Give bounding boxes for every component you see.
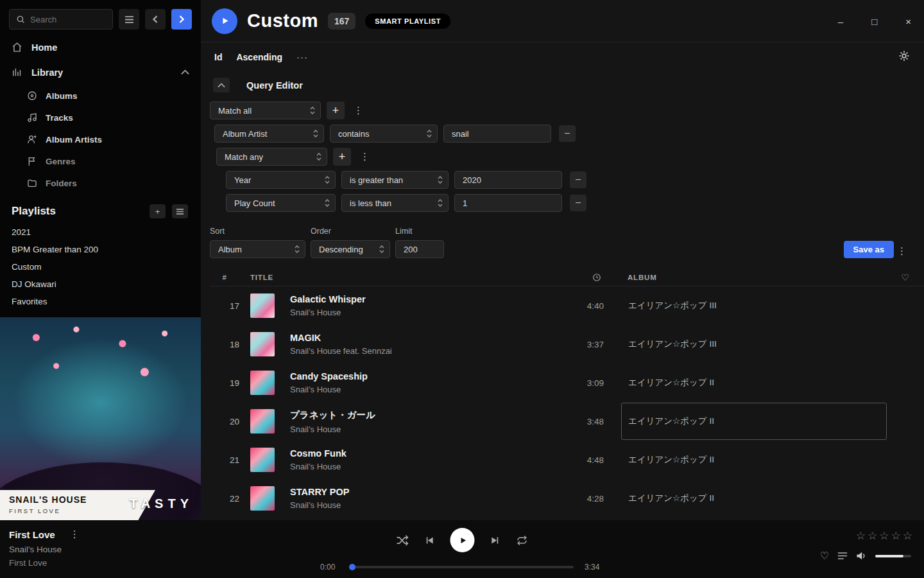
now-playing-menu-button[interactable]: ⋮: [67, 529, 83, 540]
playlist-item-dj-okawari[interactable]: DJ Okawari: [0, 276, 201, 293]
order-select[interactable]: Descending: [311, 240, 390, 258]
group-menu-button[interactable]: ⋮: [357, 151, 373, 162]
column-duration[interactable]: [549, 273, 606, 282]
track-artist: Snail’s House: [290, 385, 549, 394]
total-time: 3:34: [585, 563, 604, 572]
play-pause-button[interactable]: [450, 528, 475, 552]
settings-gear-icon[interactable]: [898, 50, 910, 62]
nav-forward-button[interactable]: [171, 9, 192, 30]
save-menu-button[interactable]: ⋮: [894, 245, 910, 257]
track-row[interactable]: 22 STARRY POP Snail’s House 4:28 エイリアン☆ポ…: [210, 479, 924, 518]
sidebar-item-library[interactable]: Library: [0, 60, 201, 85]
updown-icon: [437, 198, 443, 207]
search-box[interactable]: [9, 9, 113, 30]
now-playing-artwork[interactable]: SNAIL'S HOUSE FIRST LOVE TASTY: [0, 317, 201, 520]
updown-icon: [312, 129, 319, 138]
column-favorite[interactable]: ♡: [887, 272, 924, 283]
minimize-button[interactable]: –: [834, 13, 847, 30]
next-track-button[interactable]: [490, 535, 501, 546]
track-album[interactable]: エイリアン☆ポップ II: [621, 441, 887, 478]
elapsed-time: 0:00: [320, 563, 339, 572]
rule-value-input[interactable]: [443, 125, 551, 143]
track-count-badge: 167: [328, 13, 355, 30]
chevron-up-icon[interactable]: [181, 69, 189, 75]
remove-rule-button[interactable]: −: [570, 171, 586, 188]
rule-value-input[interactable]: [454, 194, 562, 212]
seek-bar[interactable]: [350, 566, 574, 568]
track-album[interactable]: エイリアン☆ポップ II: [621, 364, 887, 401]
shuffle-button[interactable]: [397, 535, 409, 546]
track-row[interactable]: 18 MAGIK Snail’s House feat. Sennzai 3:3…: [210, 325, 924, 363]
volume-slider[interactable]: [875, 555, 911, 557]
limit-input[interactable]: [395, 240, 444, 258]
rule-field-select[interactable]: Play Count: [226, 194, 336, 212]
collapse-query-editor-button[interactable]: [213, 78, 230, 92]
remove-rule-button[interactable]: −: [559, 125, 576, 142]
match-any-select[interactable]: Match any: [216, 148, 327, 166]
favorite-heart-icon[interactable]: ♡: [820, 550, 829, 562]
rule-field-select[interactable]: Year: [226, 171, 336, 189]
sidebar-item-album-artists[interactable]: Album Artists: [0, 128, 201, 150]
queue-icon[interactable]: [837, 552, 848, 560]
rating-stars[interactable]: ☆☆☆☆☆: [856, 529, 914, 543]
repeat-button[interactable]: [517, 535, 528, 546]
playlist-item-favorites[interactable]: Favorites: [0, 293, 201, 310]
track-duration: 4:40: [549, 301, 606, 311]
remove-rule-button[interactable]: −: [570, 195, 586, 211]
track-title: プラネット・ガール: [290, 409, 549, 421]
add-rule-button[interactable]: +: [333, 148, 351, 166]
query-root-group-row: Match all + ⋮: [210, 101, 924, 119]
rule-field-select[interactable]: Album Artist: [214, 125, 324, 143]
updown-icon: [294, 245, 300, 254]
track-album[interactable]: エイリアン☆ポップ III: [621, 326, 887, 363]
playlist-item-custom[interactable]: Custom: [0, 258, 201, 276]
updown-icon: [379, 245, 385, 254]
music-note-icon: [27, 112, 37, 123]
sort-select[interactable]: Album: [210, 240, 305, 258]
save-as-button[interactable]: Save as: [844, 241, 894, 258]
previous-track-button[interactable]: [424, 535, 435, 546]
play-playlist-button[interactable]: [212, 8, 237, 34]
group-menu-button[interactable]: ⋮: [350, 105, 366, 116]
close-button[interactable]: ×: [902, 13, 915, 30]
track-album-focused[interactable]: エイリアン☆ポップ II: [621, 403, 887, 440]
seek-handle[interactable]: [349, 564, 355, 570]
track-row[interactable]: 19 Candy Spaceship Snail’s House 3:09 エイ…: [210, 363, 924, 402]
volume-icon[interactable]: [856, 551, 867, 561]
playlist-list-button[interactable]: [172, 204, 188, 218]
rule-operator-select[interactable]: contains: [330, 125, 438, 143]
add-playlist-button[interactable]: +: [150, 204, 166, 218]
sort-field-button[interactable]: Id: [214, 52, 222, 62]
sidebar-item-folders[interactable]: Folders: [0, 172, 201, 194]
track-row[interactable]: 21 Cosmo Funk Snail’s House 4:48 エイリアン☆ポ…: [210, 441, 924, 479]
track-row[interactable]: 17 Galactic Whisper Snail’s House 4:40 エ…: [210, 286, 924, 325]
album-thumbnail: [250, 293, 275, 318]
sidebar-item-home[interactable]: Home: [0, 35, 201, 60]
maximize-button[interactable]: □: [868, 13, 881, 30]
track-album[interactable]: エイリアン☆ポップ III: [621, 287, 887, 324]
rule-operator-select[interactable]: is greater than: [341, 171, 449, 189]
sidebar-item-genres[interactable]: Genres: [0, 150, 201, 172]
sort-direction-button[interactable]: Ascending: [236, 52, 282, 62]
rule-value-input[interactable]: [454, 171, 562, 189]
track-row[interactable]: 20 プラネット・ガール Snail’s House 3:48 エイリアン☆ポッ…: [210, 402, 924, 441]
search-input[interactable]: [30, 15, 106, 24]
add-rule-button[interactable]: +: [327, 101, 345, 119]
column-album[interactable]: ALBUM: [621, 274, 887, 281]
now-playing-title: First Love: [9, 529, 55, 540]
column-title[interactable]: TITLE: [250, 274, 549, 281]
now-playing-artist: Snail's House: [9, 545, 83, 554]
column-number[interactable]: #: [210, 274, 239, 281]
sidebar-item-albums[interactable]: Albums: [0, 85, 201, 107]
rule-operator-select[interactable]: is less than: [341, 194, 449, 212]
more-options-button[interactable]: ···: [296, 51, 308, 62]
album-thumbnail: [250, 448, 275, 472]
menu-button[interactable]: [119, 9, 139, 30]
track-duration: 3:48: [549, 417, 606, 426]
nav-back-button[interactable]: [145, 9, 166, 30]
playlist-item-bpm[interactable]: BPM Greater than 200: [0, 241, 201, 258]
match-all-select[interactable]: Match all: [210, 101, 321, 119]
sidebar-item-tracks[interactable]: Tracks: [0, 107, 201, 128]
track-album[interactable]: エイリアン☆ポップ II: [621, 480, 887, 517]
playlist-item-2021[interactable]: 2021: [0, 223, 201, 241]
